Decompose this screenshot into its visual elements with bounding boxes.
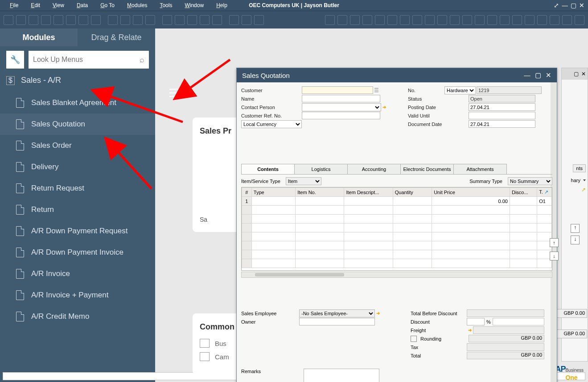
menu-goto[interactable]: Go To xyxy=(94,1,121,10)
column-header[interactable]: T. ↗ xyxy=(537,188,552,197)
move-up-button[interactable]: ↑ xyxy=(550,238,559,247)
series-select[interactable]: Hardware xyxy=(444,86,476,94)
grid-cell[interactable]: 0.00 xyxy=(432,197,510,206)
toolbar-btn-31[interactable] xyxy=(450,15,460,25)
bg-move-down-button[interactable]: ↓ xyxy=(571,236,580,244)
sq-restore-icon[interactable]: ▢ xyxy=(535,71,541,79)
table-row[interactable] xyxy=(242,250,552,259)
hamburger-icon[interactable]: ☰ xyxy=(169,86,179,100)
grid-cell[interactable] xyxy=(344,206,393,215)
toolbar-btn-26[interactable] xyxy=(387,15,397,25)
grid-horizontal-scrollbar[interactable] xyxy=(241,272,552,278)
close-icon[interactable]: ✕ xyxy=(579,2,584,9)
customer-input[interactable] xyxy=(302,86,373,94)
grid-cell[interactable] xyxy=(510,232,537,241)
toolbar-btn-16[interactable] xyxy=(200,15,210,25)
toolbar-btn-35[interactable] xyxy=(500,15,510,25)
toolbar-btn-41[interactable] xyxy=(575,15,584,25)
grid-cell[interactable] xyxy=(296,241,344,250)
valid-until-input[interactable] xyxy=(469,112,535,119)
sq-titlebar[interactable]: Sales Quotation — ▢ ✕ xyxy=(237,68,557,82)
toolbar-btn-8[interactable] xyxy=(91,15,101,25)
column-header[interactable]: Item No. xyxy=(296,188,344,197)
minimize-icon[interactable]: — xyxy=(562,2,568,9)
toolbar-btn-36[interactable] xyxy=(512,15,522,25)
owner-input[interactable] xyxy=(299,318,375,325)
sidebar-item-sales-quotation[interactable]: Sales Quotation xyxy=(0,114,155,135)
grid-cell[interactable] xyxy=(296,232,344,241)
grid-cell[interactable] xyxy=(242,259,252,268)
tab-drag-relate[interactable]: Drag & Relate xyxy=(78,28,155,46)
module-group-sales-ar[interactable]: $ Sales - A/R xyxy=(0,73,155,88)
grid-cell[interactable] xyxy=(537,215,552,224)
grid-cell[interactable] xyxy=(296,259,344,268)
grid-cell[interactable] xyxy=(432,250,510,259)
toolbar-btn-2[interactable] xyxy=(16,15,26,25)
itemservice-select[interactable]: Item xyxy=(286,177,321,185)
freight-link-icon[interactable]: ➜ xyxy=(467,327,473,333)
toolbar-btn-7[interactable] xyxy=(78,15,88,25)
choose-from-list-icon[interactable]: ☰ xyxy=(374,87,379,93)
grid-cell[interactable] xyxy=(393,197,432,206)
toolbar-btn-39[interactable] xyxy=(550,15,559,25)
table-row[interactable] xyxy=(242,206,552,215)
column-header[interactable]: Disco... xyxy=(510,188,537,197)
salesemp-select[interactable]: -No Sales Employee- xyxy=(299,309,375,317)
toolbar-btn-5[interactable] xyxy=(53,15,63,25)
grid-cell[interactable] xyxy=(242,232,252,241)
menu-edit[interactable]: Edit xyxy=(25,1,46,10)
table-row[interactable] xyxy=(242,241,552,250)
grid-cell[interactable] xyxy=(510,206,537,215)
table-row[interactable] xyxy=(242,224,552,232)
grid-cell[interactable] xyxy=(393,241,432,250)
grid-cell[interactable] xyxy=(251,197,295,206)
table-row[interactable] xyxy=(242,215,552,224)
sidebar-item-delivery[interactable]: Delivery xyxy=(0,156,155,178)
toolbar-btn-25[interactable] xyxy=(375,15,385,25)
toolbar-btn-34[interactable] xyxy=(487,15,497,25)
name-input[interactable] xyxy=(302,95,380,102)
grid-cell[interactable] xyxy=(393,259,432,268)
grid-cell[interactable] xyxy=(242,224,252,232)
toolbar-btn-11[interactable] xyxy=(133,15,143,25)
grid-cell[interactable] xyxy=(251,215,295,224)
column-header[interactable]: Quantity xyxy=(393,188,432,197)
toolbar-btn-32[interactable] xyxy=(462,15,472,25)
expand-icon[interactable]: ⤢ xyxy=(554,2,559,9)
tab-attachments[interactable]: Attachments xyxy=(453,164,507,174)
currency-select[interactable]: Local Currency xyxy=(241,120,302,128)
toolbar-btn-33[interactable] xyxy=(475,15,485,25)
grid-cell[interactable] xyxy=(251,232,295,241)
tab-accounting[interactable]: Accounting xyxy=(347,164,401,174)
grid-cell[interactable] xyxy=(510,241,537,250)
restore-icon[interactable]: ▢ xyxy=(571,2,576,9)
toolbar-btn-29[interactable] xyxy=(425,15,435,25)
grid-cell[interactable] xyxy=(537,206,552,215)
modules-search[interactable]: ⌕ xyxy=(29,51,149,69)
menu-view[interactable]: View xyxy=(46,1,70,10)
bg-restore-icon[interactable]: ▢ xyxy=(574,71,579,77)
grid-cell[interactable] xyxy=(344,241,393,250)
sidebar-item-a-r-credit-memo[interactable]: A/R Credit Memo xyxy=(0,306,155,327)
grid-cell[interactable] xyxy=(393,224,432,232)
sidebar-item-a-r-invoice[interactable]: A/R Invoice xyxy=(0,263,155,284)
grid-cell[interactable]: O1 xyxy=(537,197,552,206)
toolbar-btn-22[interactable] xyxy=(337,15,347,25)
tab-modules[interactable]: Modules xyxy=(0,28,78,46)
sq-close-icon[interactable]: ✕ xyxy=(546,71,551,79)
chevron-down-icon[interactable] xyxy=(583,179,586,181)
sidebar-item-return[interactable]: Return xyxy=(0,199,155,220)
grid-cell[interactable] xyxy=(344,197,393,206)
grid-cell[interactable]: 1 xyxy=(242,197,252,206)
menu-file[interactable]: File xyxy=(4,1,25,10)
toolbar-btn-20[interactable] xyxy=(254,15,264,25)
search-icon[interactable]: ⌕ xyxy=(140,55,144,65)
items-grid[interactable]: #TypeItem No.Item Descript...QuantityUni… xyxy=(241,187,552,271)
modules-search-input[interactable] xyxy=(33,56,140,64)
menu-tools[interactable]: Tools xyxy=(153,1,178,10)
grid-cell[interactable] xyxy=(432,206,510,215)
sidebar-item-a-r-invoice-payment[interactable]: A/R Invoice + Payment xyxy=(0,284,155,306)
rounding-checkbox[interactable] xyxy=(411,336,417,342)
grid-cell[interactable] xyxy=(393,206,432,215)
grid-cell[interactable] xyxy=(242,250,252,259)
